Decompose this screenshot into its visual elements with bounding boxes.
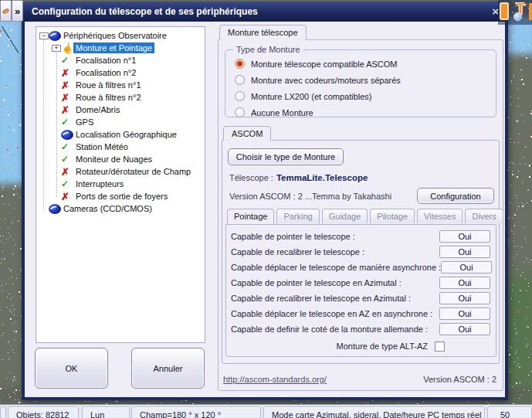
tree-item-icon	[61, 178, 73, 189]
tree-item-icon	[61, 80, 73, 91]
device-tree-panel: − Périphériques Observatoire + Monture e…	[36, 26, 205, 343]
cancel-button[interactable]: Annuler	[131, 348, 205, 389]
status-text: Champ=180 ° x 120 °	[132, 407, 260, 418]
ascom-subtab[interactable]: Pilotage	[370, 209, 415, 223]
tree-item[interactable]: Focalisation n°2	[38, 66, 203, 79]
capability-label: Capable de pointer le telescope en Azimu…	[231, 278, 402, 287]
tree-item[interactable]: − Périphériques Observatoire	[38, 29, 203, 42]
tree-item-icon	[61, 92, 73, 104]
tree-item-icon	[61, 141, 73, 152]
right-toolbar-partial: T	[498, 0, 532, 25]
mount-type-option[interactable]: Monture LX200 (et compatibles)	[229, 88, 493, 104]
status-cell: Lun	[82, 406, 130, 418]
telescope-value: TemmaLite.Telescope	[276, 173, 368, 182]
dialog-titlebar[interactable]: Configuration du télescope et de ses pér…	[22, 2, 508, 21]
tree-item-icon	[49, 204, 61, 214]
dialog-title: Configuration du télescope et de ses pér…	[32, 6, 258, 17]
tree-item-label: Localisation Géographique	[73, 129, 179, 140]
mount-type-option[interactable]: Monture avec codeurs/moteurs séparés	[229, 72, 493, 88]
tree-item-icon	[61, 191, 73, 202]
tree-item-label: Station Météo	[73, 141, 130, 152]
capability-value: Oui	[439, 292, 490, 304]
ascom-standards-link[interactable]: http://ascom-standards.org/	[223, 375, 327, 384]
configuration-button[interactable]: Configuration	[417, 188, 494, 204]
tree-item-label: Monture et Pointage	[73, 42, 154, 53]
status-text: Mode carte Azimutal, sideral, Date/heure…	[264, 407, 484, 418]
choose-mount-type-button[interactable]: Choisir le type de Monture	[228, 148, 344, 165]
expand-toggle[interactable]: −	[39, 32, 49, 39]
capability-label: Capable de recalibrer le telescope :	[231, 247, 364, 257]
tree-item[interactable]: Focalisation n°1	[38, 54, 203, 66]
capability-row: Capable déplacer le telescope en AZ en a…	[226, 306, 496, 321]
tree-item[interactable]: Ports de sortie de foyers	[38, 190, 203, 202]
status-text: 50	[488, 407, 531, 418]
ascom-panel: Choisir le type de Monture Télescope :Te…	[222, 140, 500, 364]
telescope-config-dialog: Configuration du télescope et de ses pér…	[22, 2, 508, 400]
tree-item-label: Interrupteurs	[73, 178, 126, 189]
tree-item-label: Focalisation n°2	[73, 67, 138, 78]
tree-item[interactable]: GPS	[38, 116, 203, 128]
orange-tool-icon-edge	[529, 3, 532, 20]
tree-item[interactable]: Roue à filtres n°2	[38, 91, 203, 104]
ok-button[interactable]: OK	[35, 348, 108, 389]
tab-ascom[interactable]: ASCOM	[223, 126, 271, 141]
tree-item[interactable]: Roue à filtres n°1	[38, 79, 203, 91]
radio-button[interactable]	[235, 91, 245, 101]
radio-button[interactable]	[235, 107, 245, 117]
ascom-version-line: Version ASCOM : 2 ...Temma by Takahashi	[229, 192, 391, 201]
collapse-toolbar-button[interactable]: »	[12, 0, 23, 22]
capability-label: Capable déplacer le telescope en AZ en a…	[231, 309, 432, 318]
left-toolbar: »	[0, 0, 23, 22]
altaz-checkbox[interactable]	[435, 342, 445, 352]
ascom-subtab[interactable]: Guidage	[322, 209, 368, 223]
ascom-subtab[interactable]: Vitesses	[417, 209, 463, 223]
capability-row: Capable de recalibrer le telescope : Oui	[226, 244, 496, 260]
tree-item[interactable]: Dome/Abris	[38, 104, 203, 116]
status-cell: Champ=180 ° x 120 °	[131, 406, 261, 418]
eyepiece-tool-button[interactable]	[0, 0, 12, 22]
radio-label: Monture télescope compatible ASCOM	[251, 59, 398, 69]
radio-label: Monture LX200 (et compatibles)	[251, 92, 372, 101]
ascom-subtabs: Pointage Parking Guidage Pilotage Vitess…	[227, 209, 503, 223]
tree-item-label: Roue à filtres n°2	[73, 92, 144, 103]
tree-item-label: Ports de sortie de foyers	[73, 191, 170, 202]
ascom-subtab[interactable]: Pointage	[227, 209, 274, 224]
tree-item[interactable]: Moniteur de Nuages	[38, 153, 203, 165]
device-tree: − Périphériques Observatoire + Monture e…	[38, 29, 203, 215]
tree-item-icon	[61, 104, 73, 116]
radio-label: Monture avec codeurs/moteurs séparés	[251, 76, 401, 85]
status-text	[1, 407, 6, 410]
capability-label: Capable de pointer le telescope :	[231, 232, 355, 241]
eyepiece-icon	[2, 8, 9, 15]
mount-type-option[interactable]: Monture télescope compatible ASCOM	[229, 56, 493, 72]
radio-button[interactable]	[235, 59, 245, 69]
telescope-label: Télescope :	[229, 173, 273, 182]
tree-item-icon	[49, 31, 61, 41]
mount-panel: Type de Monture Monture télescope compat…	[218, 39, 503, 391]
tree-item[interactable]: + Monture et Pointage	[38, 42, 203, 54]
capability-value: Oui	[439, 308, 490, 320]
capability-row: Capable déplacer le telescope de manière…	[226, 260, 496, 275]
tree-item-label: GPS	[73, 117, 96, 127]
telescope-line: Télescope :TemmaLite.Telescope	[229, 173, 368, 182]
tree-item[interactable]: Interrupteurs	[38, 178, 203, 190]
radio-button[interactable]	[235, 75, 245, 85]
tree-item-label: Périphériques Observatoire	[61, 30, 169, 41]
tree-item-label: Dome/Abris	[73, 104, 122, 115]
tree-item[interactable]: Localisation Géographique	[38, 128, 203, 141]
orange-tool-icon[interactable]	[500, 2, 509, 20]
capability-label: Capable de definir le coté de la monture…	[231, 325, 428, 334]
tree-item-icon	[61, 42, 73, 54]
tree-item-label: Focalisation n°1	[73, 55, 138, 66]
tree-item[interactable]: Rotateur/dérotateur de Champ	[38, 165, 203, 178]
ascom-subtab[interactable]: Divers	[465, 209, 503, 223]
tab-monture-telescope[interactable]: Monture télescope	[219, 25, 307, 40]
mount-type-option[interactable]: Aucune Monture	[229, 104, 493, 121]
ascom-subtab[interactable]: Parking	[276, 209, 319, 223]
tree-item-icon	[61, 67, 73, 79]
tree-item[interactable]: Station Météo	[38, 141, 203, 153]
status-text: Objets: 82812	[8, 407, 78, 418]
tree-item[interactable]: Cameras (CCD/CMOS)	[38, 202, 203, 215]
mount-type-options: Monture télescope compatible ASCOM Montu…	[229, 56, 493, 121]
group-title: Type de Monture	[233, 45, 303, 54]
